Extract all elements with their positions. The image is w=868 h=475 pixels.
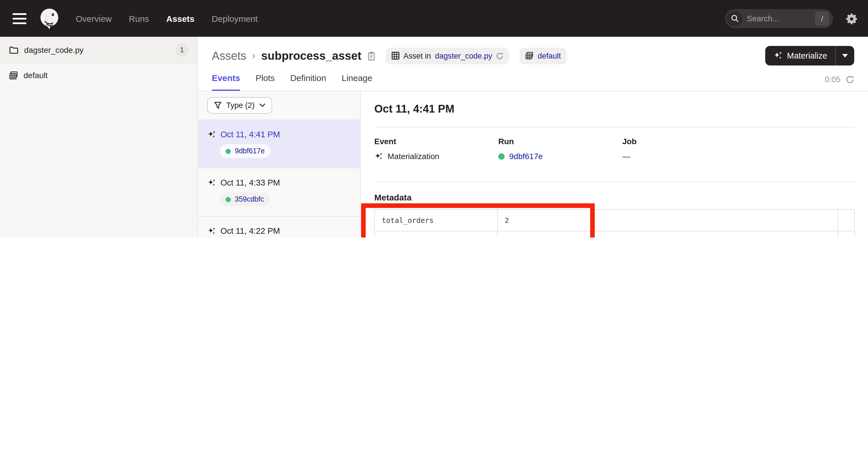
nav-right: / [725, 9, 858, 28]
run-id-link[interactable]: 9dbf617e [509, 152, 543, 161]
event-type-value: Materialization [388, 152, 439, 161]
nav-links: Overview Runs Assets Deployment [76, 13, 258, 23]
refresh-icon[interactable] [846, 75, 854, 84]
group-badge-link[interactable]: default [538, 51, 561, 60]
event-list-panel: Type (2) Oct 11, 4:41 PM [198, 91, 361, 237]
filter-funnel-icon [214, 102, 222, 109]
folder-icon [9, 46, 19, 54]
event-timestamp[interactable]: Oct 11, 4:22 PM [220, 226, 280, 236]
materialize-sparkle-icon [773, 51, 782, 60]
reload-definition-icon[interactable] [496, 52, 504, 59]
refresh-timer: 0:05 [825, 75, 855, 91]
event-row-3[interactable]: Oct 11, 4:22 PM 637aed75 [198, 216, 360, 237]
asset-group-icon [526, 52, 534, 60]
nav-assets[interactable]: Assets [166, 13, 194, 23]
asset-sidebar: dagster_code.py 1 default dagster_code.p… [0, 37, 198, 237]
event-timestamp[interactable]: Oct 11, 4:33 PM [220, 178, 280, 187]
asset-badge-code-location-link[interactable]: dagster_code.py [435, 51, 492, 60]
search-input[interactable] [747, 14, 804, 23]
metadata-heading: Metadata [374, 192, 854, 202]
page-title: subprocess_asset [261, 49, 361, 62]
metadata-value: /Users/yuhan/dev/local/dagster_home/stor… [497, 231, 838, 237]
nav-overview[interactable]: Overview [76, 13, 112, 23]
search-icon [727, 11, 742, 26]
event-row-1[interactable]: Oct 11, 4:41 PM 9dbf617e [198, 120, 360, 168]
job-column-label: Job [622, 137, 746, 146]
materialization-sparkle-icon [207, 227, 216, 235]
search-box[interactable]: / [725, 9, 833, 28]
sidebar-code-location[interactable]: dagster_code.py 1 [0, 37, 197, 63]
code-location-count-badge: 1 [176, 43, 188, 56]
asset-group-icon [9, 71, 18, 80]
refresh-countdown: 0:05 [825, 75, 841, 84]
metadata-table: total_orders 2 path /Users/yuhan/dev/loc… [374, 209, 855, 237]
materialization-sparkle-icon [207, 130, 216, 139]
chevron-down-icon [259, 103, 265, 108]
search-shortcut-key: / [815, 11, 829, 26]
nav-runs[interactable]: Runs [129, 13, 149, 23]
type-filter-button[interactable]: Type (2) [207, 97, 272, 114]
materialize-label: Materialize [787, 51, 827, 60]
event-detail-title: Oct 11, 4:41 PM [374, 102, 854, 117]
materialize-button[interactable]: Materialize [765, 46, 835, 65]
event-column-label: Event [374, 137, 498, 146]
tab-lineage[interactable]: Lineage [342, 73, 372, 91]
table-row: total_orders 2 [375, 209, 855, 231]
materialize-dropdown-button[interactable] [836, 46, 854, 65]
tab-definition[interactable]: Definition [290, 73, 326, 91]
tab-events[interactable]: Events [212, 73, 240, 91]
run-id-link[interactable]: 9dbf617e [235, 147, 265, 155]
top-nav: Overview Runs Assets Deployment / [0, 0, 868, 37]
breadcrumb-separator: › [252, 50, 255, 62]
type-filter-label: Type (2) [226, 101, 255, 110]
tab-plots[interactable]: Plots [255, 73, 275, 91]
metadata-key: path [375, 231, 497, 237]
metadata-key: total_orders [375, 209, 497, 231]
asset-icon [391, 52, 399, 60]
code-location-label: dagster_code.py [24, 45, 84, 54]
materialize-split-button: Materialize [765, 46, 854, 65]
dagster-app: Overview Runs Assets Deployment / [0, 0, 868, 237]
asset-definition-badge: Asset in dagster_code.py [385, 48, 509, 64]
asset-header: Assets › subprocess_asset Asset in dagst… [198, 37, 868, 91]
run-id-pill[interactable]: 359cdbfc [220, 192, 270, 206]
copy-asset-name-icon[interactable] [367, 51, 375, 61]
settings-gear-icon[interactable] [846, 12, 858, 24]
run-success-dot [226, 148, 231, 154]
materialization-sparkle-icon [207, 178, 216, 187]
run-success-dot [498, 153, 505, 159]
run-id-link[interactable]: 359cdbfc [235, 195, 264, 203]
dagster-logo-icon[interactable] [38, 7, 61, 30]
event-timestamp[interactable]: Oct 11, 4:41 PM [220, 130, 280, 139]
event-filter-bar: Type (2) [198, 91, 360, 120]
asset-badge-prefix: Asset in [403, 51, 431, 60]
job-value: — [622, 152, 630, 161]
run-column-label: Run [498, 137, 622, 146]
group-label: default [24, 71, 48, 80]
table-row: path /Users/yuhan/dev/local/dagster_home… [375, 231, 855, 237]
sidebar-group-default[interactable]: default [0, 63, 197, 87]
metadata-value: 2 [497, 209, 838, 231]
caret-down-icon [842, 54, 848, 57]
group-badge: default [520, 48, 567, 64]
breadcrumb-assets[interactable]: Assets [212, 49, 246, 62]
menu-icon[interactable] [12, 13, 26, 24]
asset-tabs: Events Plots Definition Lineage 0:05 [212, 73, 854, 91]
run-success-dot [226, 197, 231, 202]
materialization-sparkle-icon [374, 152, 383, 160]
run-id-pill[interactable]: 9dbf617e [220, 144, 270, 158]
nav-deployment[interactable]: Deployment [212, 13, 258, 23]
event-row-2[interactable]: Oct 11, 4:33 PM 359cdbfc [198, 168, 360, 216]
event-detail-panel: Oct 11, 4:41 PM Event Materialization [361, 91, 868, 237]
